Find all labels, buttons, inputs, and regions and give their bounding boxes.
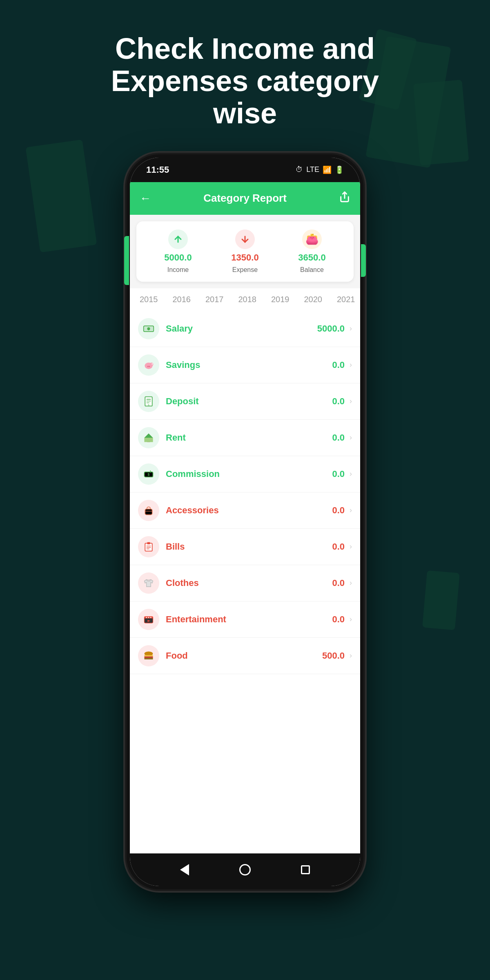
category-list: $ Salary 5000.0 › Savings 0.0 › $ Deposi… (130, 311, 360, 853)
category-amount: 0.0 (332, 360, 345, 370)
navigation-bar (130, 853, 360, 886)
category-item[interactable]: Accessories 0.0 › (130, 492, 360, 529)
category-item[interactable]: $ Commission 0.0 › (130, 456, 360, 492)
status-icons: ⏱ LTE 📶 🔋 (296, 165, 344, 174)
category-icon (138, 645, 159, 666)
category-amount: 5000.0 (317, 323, 345, 334)
chevron-right-icon: › (350, 361, 352, 369)
balance-amount: 3650.0 (298, 252, 325, 263)
income-label: Income (167, 266, 189, 274)
status-time: 11:55 (146, 165, 169, 175)
svg-rect-28 (147, 542, 150, 544)
svg-point-36 (150, 617, 151, 618)
battery-icon: 🔋 (335, 165, 344, 174)
status-bar: 11:55 ⏱ LTE 📶 🔋 (130, 158, 360, 182)
summary-card: 5000.0 Income 1350.0 Expense 👛 (136, 221, 354, 282)
category-name: Savings (166, 360, 332, 370)
svg-text:$: $ (148, 472, 150, 477)
category-item[interactable]: Bills 0.0 › (130, 529, 360, 565)
category-name: Entertainment (166, 614, 332, 625)
year-selector[interactable]: 201520162017201820192020202120222023 (130, 288, 360, 311)
signal-icon: 📶 (323, 165, 332, 174)
balance-icon: 👛 (302, 229, 322, 249)
expense-summary: 1350.0 Expense (231, 229, 258, 274)
category-amount: 0.0 (332, 432, 345, 443)
phone-mockup: 11:55 ⏱ LTE 📶 🔋 ← Category Report (127, 154, 363, 889)
expense-amount: 1350.0 (231, 252, 258, 263)
chevron-right-icon: › (350, 579, 352, 587)
svg-text:$: $ (148, 403, 149, 406)
category-name: Salary (166, 323, 317, 334)
category-icon: $ (138, 318, 159, 339)
category-amount: 0.0 (332, 469, 345, 479)
chevron-right-icon: › (350, 433, 352, 442)
income-summary: 5000.0 Income (164, 229, 192, 274)
category-item[interactable]: $ Deposit 0.0 › (130, 383, 360, 420)
nav-back-button[interactable] (176, 862, 193, 878)
category-icon (138, 572, 159, 594)
chevron-right-icon: › (350, 397, 352, 405)
chevron-right-icon: › (350, 615, 352, 624)
year-item-2021[interactable]: 2021 (334, 293, 359, 306)
svg-point-9 (147, 365, 149, 367)
svg-rect-41 (145, 658, 153, 659)
svg-point-34 (146, 617, 147, 618)
category-name: Accessories (166, 505, 332, 516)
year-item-2019[interactable]: 2019 (268, 293, 293, 306)
header-title: Category Report (158, 192, 332, 205)
balance-summary: 👛 3650.0 Balance (298, 229, 325, 274)
category-icon (138, 500, 159, 521)
category-amount: 500.0 (322, 650, 345, 661)
chevron-right-icon: › (350, 470, 352, 478)
category-icon: $ (138, 463, 159, 485)
svg-point-11 (151, 363, 153, 365)
share-button[interactable] (339, 191, 350, 205)
year-item-2015[interactable]: 2015 (136, 293, 161, 306)
income-amount: 5000.0 (164, 252, 192, 263)
chevron-right-icon: › (350, 542, 352, 551)
category-amount: 0.0 (332, 578, 345, 588)
category-name: Rent (166, 432, 332, 443)
svg-point-10 (149, 365, 150, 367)
category-item[interactable]: Food 500.0 › (130, 638, 360, 674)
year-item-2016[interactable]: 2016 (169, 293, 194, 306)
year-item-2020[interactable]: 2020 (301, 293, 326, 306)
svg-rect-27 (145, 543, 152, 551)
page-heading: Check Income and Expenses category wise (41, 0, 449, 154)
network-label: LTE (306, 165, 319, 174)
category-name: Bills (166, 541, 332, 552)
app-header: ← Category Report (130, 182, 360, 215)
category-item[interactable]: Savings 0.0 › (130, 347, 360, 383)
category-name: Deposit (166, 396, 332, 407)
svg-rect-20 (145, 438, 153, 442)
category-item[interactable]: Rent 0.0 › (130, 420, 360, 456)
year-item-2017[interactable]: 2017 (202, 293, 227, 306)
category-amount: 0.0 (332, 614, 345, 625)
svg-point-35 (148, 617, 149, 618)
svg-rect-40 (145, 656, 153, 658)
category-item[interactable]: Clothes 0.0 › (130, 565, 360, 601)
balance-label: Balance (300, 266, 324, 274)
svg-text:$: $ (148, 327, 149, 330)
category-icon (138, 427, 159, 448)
chevron-right-icon: › (350, 324, 352, 333)
svg-marker-18 (145, 433, 153, 438)
category-item[interactable]: $ Salary 5000.0 › (130, 311, 360, 347)
nav-recent-button[interactable] (297, 862, 314, 878)
income-icon (168, 229, 188, 249)
category-icon: $ (138, 391, 159, 412)
back-button[interactable]: ← (140, 192, 151, 205)
svg-rect-25 (145, 509, 152, 514)
category-name: Food (166, 650, 322, 661)
svg-rect-39 (145, 655, 153, 657)
category-amount: 0.0 (332, 505, 345, 516)
year-item-2018[interactable]: 2018 (235, 293, 260, 306)
nav-home-button[interactable] (237, 862, 253, 878)
category-icon (138, 609, 159, 630)
expense-label: Expense (232, 266, 258, 274)
category-icon (138, 354, 159, 376)
category-item[interactable]: Entertainment 0.0 › (130, 601, 360, 638)
category-amount: 0.0 (332, 541, 345, 552)
expense-icon (235, 229, 255, 249)
svg-point-8 (150, 362, 154, 366)
